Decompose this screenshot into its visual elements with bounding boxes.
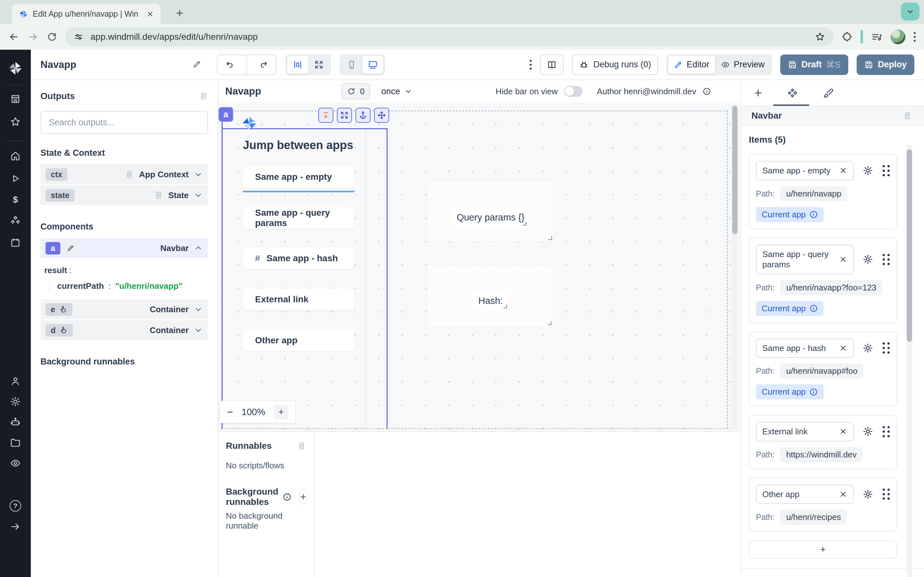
insert-component-tab[interactable]: [753, 88, 763, 99]
state-row[interactable]: state State: [40, 185, 208, 205]
edit-id-pencil-icon[interactable]: [63, 241, 78, 255]
ctx-row[interactable]: ctx App Context: [40, 164, 208, 184]
clear-label-icon[interactable]: [839, 255, 847, 263]
item-settings-gear-icon[interactable]: [863, 426, 873, 437]
chevron-down-icon[interactable]: [194, 326, 203, 335]
add-background-runnable-button[interactable]: [298, 490, 308, 504]
author-info-icon[interactable]: [703, 87, 711, 95]
resize-handle[interactable]: [548, 236, 552, 240]
bookmark-star-icon[interactable]: [815, 32, 825, 42]
clear-label-icon[interactable]: [839, 344, 847, 352]
info-icon[interactable]: [809, 304, 818, 313]
hide-bar-toggle[interactable]: [564, 86, 583, 97]
workspace-icon[interactable]: [10, 93, 21, 104]
refresh-count-button[interactable]: 0: [341, 83, 370, 99]
resources-icon[interactable]: [10, 215, 21, 226]
tab-search-button[interactable]: [901, 3, 919, 21]
item-settings-gear-icon[interactable]: [863, 165, 873, 176]
chevron-down-icon[interactable]: [194, 191, 203, 200]
app-canvas[interactable]: a Jump between apps Same app - empty Sam…: [218, 103, 740, 431]
help-icon[interactable]: ?: [10, 500, 21, 512]
component-settings-tab[interactable]: [787, 88, 798, 99]
component-row-container-d[interactable]: d Container: [40, 320, 208, 340]
nav-item-other-app[interactable]: Other app: [243, 330, 355, 351]
browser-menu-icon[interactable]: [914, 32, 916, 42]
item-label-input[interactable]: Same app - query params: [756, 245, 854, 274]
search-outputs-input[interactable]: [40, 111, 208, 134]
drag-handle[interactable]: [883, 426, 890, 437]
drag-handle[interactable]: [883, 254, 890, 265]
resize-handle[interactable]: [548, 321, 551, 325]
anchor-component-button[interactable]: [355, 108, 371, 123]
redo-button[interactable]: [252, 60, 276, 69]
reload-icon[interactable]: [47, 32, 57, 42]
item-path[interactable]: u/henri/recipes: [780, 510, 846, 525]
runs-icon[interactable]: [10, 173, 21, 184]
item-path[interactable]: u/henri/navapp: [780, 186, 847, 201]
users-icon[interactable]: [10, 376, 21, 387]
tab-close-icon[interactable]: [146, 10, 154, 18]
audit-eye-icon[interactable]: [10, 458, 21, 469]
clear-label-icon[interactable]: [839, 490, 847, 498]
back-icon[interactable]: [8, 31, 19, 42]
media-playlist-icon[interactable]: [871, 31, 882, 42]
nav-item-same-app-empty[interactable]: Same app - empty: [243, 166, 355, 188]
component-row-container-e[interactable]: e Container: [40, 300, 208, 319]
info-icon[interactable]: [809, 388, 818, 396]
component-row-navbar[interactable]: a Navbar: [40, 238, 208, 258]
schedules-icon[interactable]: [10, 237, 21, 248]
forward-icon[interactable]: [27, 31, 39, 42]
clear-label-icon[interactable]: [839, 166, 847, 175]
workers-icon[interactable]: [10, 417, 21, 428]
expand-sidebar-icon[interactable]: [10, 521, 21, 532]
nav-item-hash[interactable]: #Same app - hash: [243, 247, 355, 269]
preview-tab[interactable]: Preview: [715, 56, 771, 74]
new-tab-button[interactable]: [175, 8, 184, 19]
doc-icon[interactable]: [125, 170, 134, 179]
resize-handle[interactable]: [523, 222, 527, 226]
selected-component-tag[interactable]: a: [218, 107, 233, 122]
docs-book-button[interactable]: [540, 55, 564, 75]
address-bar[interactable]: app.windmill.dev/apps/edit/u/henri/navap…: [65, 27, 834, 47]
chevron-down-icon[interactable]: [194, 305, 203, 314]
full-width-button[interactable]: [309, 56, 330, 74]
run-mode-select[interactable]: once: [381, 87, 412, 97]
drag-handle[interactable]: [883, 342, 890, 354]
panel-scrollbar-thumb[interactable]: [907, 149, 912, 342]
info-icon[interactable]: [809, 210, 818, 219]
deploy-button[interactable]: Deploy: [857, 55, 914, 75]
debug-runs-button[interactable]: Debug runs (0): [572, 55, 658, 75]
drag-handle[interactable]: [883, 488, 890, 500]
item-path[interactable]: https://windmill.dev: [780, 447, 863, 462]
item-settings-gear-icon[interactable]: [863, 254, 873, 264]
editor-tab[interactable]: Editor: [668, 56, 715, 74]
nav-item-external-link[interactable]: External link: [243, 288, 355, 310]
drag-handle[interactable]: [883, 165, 890, 176]
item-path[interactable]: u/henri/navapp?foo=123: [780, 280, 882, 295]
add-item-button[interactable]: +: [749, 540, 897, 559]
settings-gear-icon[interactable]: [10, 396, 21, 407]
chevron-down-icon[interactable]: [194, 170, 203, 179]
fill-height-button[interactable]: [318, 108, 333, 123]
query-params-text[interactable]: Query params {}: [453, 208, 528, 227]
resize-handle[interactable]: [503, 305, 507, 308]
component-doc-icon[interactable]: [903, 111, 912, 120]
windmill-logo[interactable]: [8, 61, 23, 76]
styling-tab[interactable]: [823, 88, 834, 99]
desktop-view-button[interactable]: [362, 56, 383, 74]
zoom-in-button[interactable]: +: [274, 405, 288, 419]
item-settings-gear-icon[interactable]: [863, 343, 873, 353]
avatar[interactable]: [891, 29, 905, 44]
move-component-button[interactable]: [374, 108, 389, 123]
site-settings-icon[interactable]: [74, 32, 83, 42]
center-layout-button[interactable]: [287, 56, 309, 74]
canvas-scrollbar-thumb[interactable]: [732, 106, 738, 234]
draft-button[interactable]: Draft⌘S: [780, 55, 848, 75]
clear-label-icon[interactable]: [839, 427, 847, 436]
folders-icon[interactable]: [10, 437, 21, 448]
canvas-scrollbar-track[interactable]: [732, 105, 738, 429]
favorites-star-icon[interactable]: [10, 116, 21, 127]
doc-icon[interactable]: [154, 191, 163, 200]
runnables-doc-icon[interactable]: [297, 442, 306, 450]
item-label-input[interactable]: Same app - hash: [756, 338, 854, 358]
